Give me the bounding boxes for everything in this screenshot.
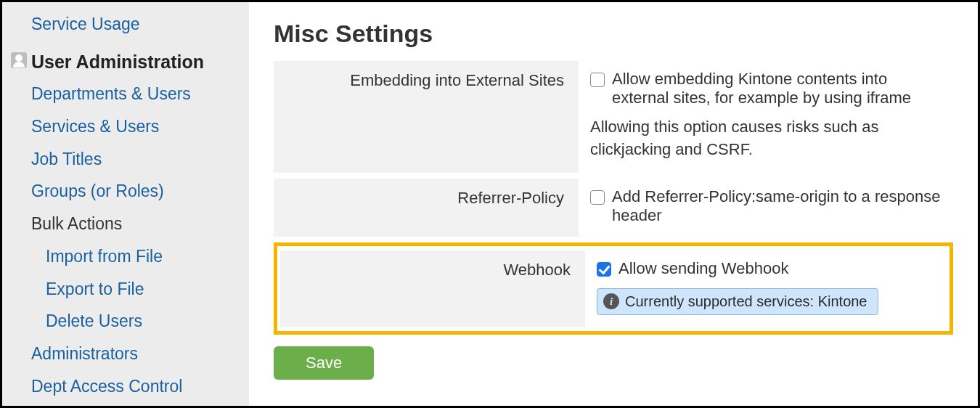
webhook-highlight: Webhook Allow sending Webhook i Currentl…: [274, 242, 953, 335]
webhook-info-pill: i Currently supported services: Kintone: [597, 288, 878, 315]
save-button[interactable]: Save: [274, 346, 374, 380]
sidebar-link-departments-users[interactable]: Departments & Users: [31, 78, 249, 110]
referrer-checkbox-label: Add Referrer-Policy:same-origin to a res…: [612, 187, 942, 225]
sidebar-link-groups-roles[interactable]: Groups (or Roles): [31, 175, 249, 208]
sidebar-section-title: User Administration: [31, 51, 249, 73]
row-embedding-label: Embedding into External Sites: [274, 61, 579, 173]
sidebar-link-administrators[interactable]: Administrators: [31, 338, 249, 370]
sidebar-section-user-admin: User Administration: [2, 41, 249, 78]
sidebar-link-service-usage[interactable]: Service Usage: [2, 8, 249, 41]
row-embedding: Embedding into External Sites Allow embe…: [274, 61, 953, 173]
webhook-checkbox-row[interactable]: Allow sending Webhook: [597, 259, 935, 278]
webhook-info-text: Currently supported services: Kintone: [625, 293, 867, 310]
sidebar-link-import-file[interactable]: Import from File: [31, 240, 249, 273]
sidebar-link-export-file[interactable]: Export to File: [31, 273, 249, 306]
sidebar-link-delete-users[interactable]: Delete Users: [31, 305, 249, 338]
main-content: Misc Settings Embedding into External Si…: [249, 2, 978, 406]
page-title: Misc Settings: [274, 20, 953, 48]
row-webhook: Webhook Allow sending Webhook i Currentl…: [280, 250, 947, 327]
sidebar-bulk-items: Import from File Export to File Delete U…: [31, 240, 249, 338]
embedding-checkbox-row[interactable]: Allow embedding Kintone contents into ex…: [590, 70, 942, 107]
sidebar-user-admin-items: Departments & Users Services & Users Job…: [2, 78, 249, 403]
sidebar-link-services-users[interactable]: Services & Users: [31, 110, 249, 143]
referrer-checkbox-row[interactable]: Add Referrer-Policy:same-origin to a res…: [590, 187, 942, 225]
sidebar-link-job-titles[interactable]: Job Titles: [31, 143, 249, 176]
sidebar: Service Usage User Administration Depart…: [2, 2, 249, 406]
row-referrer-label: Referrer-Policy: [274, 179, 579, 237]
row-webhook-label: Webhook: [280, 250, 585, 327]
row-referrer-value: Add Referrer-Policy:same-origin to a res…: [579, 179, 953, 237]
sidebar-link-dept-access[interactable]: Dept Access Control: [31, 370, 249, 403]
webhook-checkbox-label: Allow sending Webhook: [618, 259, 788, 278]
embedding-hint: Allowing this option causes risks such a…: [590, 116, 942, 161]
sidebar-subsection-bulk: Bulk Actions: [31, 208, 249, 240]
row-embedding-value: Allow embedding Kintone contents into ex…: [579, 61, 953, 173]
row-referrer: Referrer-Policy Add Referrer-Policy:same…: [274, 179, 953, 237]
embedding-checkbox[interactable]: [590, 73, 605, 87]
info-icon: i: [603, 293, 619, 309]
webhook-checkbox[interactable]: [597, 262, 611, 277]
referrer-checkbox[interactable]: [590, 190, 605, 205]
user-icon: [11, 52, 27, 68]
row-webhook-value: Allow sending Webhook i Currently suppor…: [585, 250, 947, 327]
embedding-checkbox-label: Allow embedding Kintone contents into ex…: [612, 70, 942, 107]
